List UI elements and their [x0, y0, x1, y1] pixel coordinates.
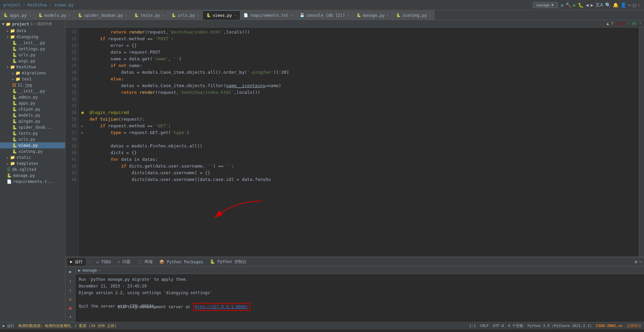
close-tab-icon[interactable]: ✕	[125, 13, 127, 17]
tab-run[interactable]: ▶ 运行	[67, 258, 86, 266]
sidebar-item-init2[interactable]: 🐍 __init__.py	[0, 88, 65, 94]
sidebar-item-static[interactable]: ▶ 📁 static	[0, 154, 65, 160]
close-btn[interactable]: ■	[67, 305, 74, 312]
line-endings[interactable]: CRLF	[480, 324, 489, 328]
scroll-down-btn[interactable]: ↓	[67, 286, 74, 294]
gutter-breakpoint[interactable]: ●	[79, 109, 86, 116]
sidebar-item-wsgi[interactable]: 🐍 wsgi.py	[0, 58, 65, 64]
detect-status[interactable]: 检测到数据源: 检测到连接属性。/ 配置 (34 分钟 之前)	[18, 323, 117, 328]
minimize-icon[interactable]: ─	[628, 2, 631, 8]
close-tab-icon[interactable]: ✕	[347, 13, 350, 17]
right-scrollbar[interactable]	[639, 27, 644, 257]
project-root[interactable]: ▼ 📁 project G:\项目外来	[0, 20, 65, 28]
manage-button[interactable]: manage ▼	[533, 2, 558, 8]
nav-forward-icon[interactable]: ▶	[591, 2, 593, 8]
run-btn[interactable]: ▶	[67, 268, 74, 275]
close-tab-icon[interactable]: ✕	[234, 13, 236, 17]
close-terminal-icon[interactable]: ✕	[99, 268, 101, 272]
user-icon[interactable]: 👤	[621, 2, 626, 8]
sidebar-item-xietong[interactable]: 🐍 xietong.py	[0, 148, 65, 154]
sidebar-item-urls1[interactable]: 🐍 urls.py	[0, 52, 65, 58]
run-icon[interactable]: ▶	[573, 2, 576, 8]
sidebar-item-img[interactable]: 🖼 11.jpg	[0, 82, 65, 88]
debug-icon[interactable]: 🐛	[578, 2, 584, 8]
settings-btn[interactable]: ⚙	[67, 296, 74, 303]
sidebar-item-requirements[interactable]: 📄 requirements.t...	[0, 179, 65, 185]
sidebar-item-tex1[interactable]: ▶ 📁 tex1	[0, 76, 65, 82]
error-count[interactable]: ▲ 89	[616, 21, 625, 26]
close-tab-icon[interactable]: ✕	[197, 13, 199, 17]
tab-urls[interactable]: 🐍 urls.py ✕	[168, 10, 203, 20]
warning-count[interactable]: ▲ 7	[607, 21, 613, 26]
sidebar-item-settings[interactable]: 🐍 settings.py	[0, 46, 65, 52]
alert-icon[interactable]: 🔔	[613, 2, 619, 8]
search-icon[interactable]: 🔍	[605, 2, 611, 8]
run-status[interactable]: ▶ 运行	[3, 323, 14, 328]
sidebar-item-tests[interactable]: 🐍 tests.py	[0, 130, 65, 136]
tab-problems[interactable]: ⚠ 问题	[115, 258, 133, 266]
tab-models[interactable]: 🐍 models.py ✕	[35, 10, 74, 20]
close-tab-icon[interactable]: ✕	[162, 13, 164, 17]
close-tab-icon[interactable]: ✕	[29, 13, 31, 17]
code-line-24: error = {}	[90, 42, 639, 49]
encoding[interactable]: UTF-8	[493, 324, 504, 328]
sidebar-item-qingan[interactable]: 🐍 qingan.py	[0, 118, 65, 124]
python-version[interactable]: Python 3.9 (PyCharm 2021.2.1)	[527, 324, 592, 328]
translate-icon[interactable]: 文A	[595, 2, 603, 8]
tab-manage[interactable]: 🐍 manage.py ✕	[353, 10, 393, 20]
sidebar-item-urls2[interactable]: 🐍 urls.py	[0, 136, 65, 142]
close-tab-icon[interactable]: ✕	[69, 13, 71, 17]
maximize-icon[interactable]: □	[633, 2, 636, 8]
sidebar-item-templates[interactable]: ▶ 📁 templates	[0, 160, 65, 167]
tab-spider[interactable]: 🐍 spider_douban.py ✕	[74, 10, 131, 20]
dev-server-link[interactable]: http://127.0.0.1:8000/	[195, 305, 248, 309]
sidebar-item-manage[interactable]: 🐍 manage.py	[0, 173, 65, 179]
sidebar-item-data[interactable]: ▶ 📁 data	[0, 28, 65, 34]
tab-apps[interactable]: 🐍 apps.py ✕	[0, 10, 35, 20]
nav-back-icon[interactable]: ◀	[586, 2, 588, 8]
hide-panel-icon[interactable]: ─	[639, 259, 642, 264]
sidebar-item-init1[interactable]: 🐍 __init__.py	[0, 40, 65, 46]
sidebar-item-models[interactable]: 🐍 models.py	[0, 112, 65, 118]
code-editor[interactable]: return render(request,'keshihua/index.ht…	[86, 27, 639, 257]
close-tab-icon[interactable]: ✕	[387, 13, 389, 17]
ok-count[interactable]: ✓ 88	[628, 21, 637, 26]
tab-views[interactable]: 🐍 views.py ✕	[203, 10, 240, 20]
sidebar-item-db[interactable]: 🗄 db.sqlite3	[0, 167, 65, 173]
tab-python-console[interactable]: 🐍 Python 控制台	[207, 258, 249, 266]
tab-todo[interactable]: ☑ TODO	[94, 259, 113, 265]
tab-tests[interactable]: 🐍 tests.py ✕	[131, 10, 168, 20]
sidebar-item-diangying[interactable]: ▼ 📁 diangying	[0, 34, 65, 40]
refresh-icon[interactable]: ↺	[561, 2, 564, 8]
tab-requirements[interactable]: 📄 requirements.txt ✕	[240, 10, 297, 20]
sidebar-item-migrations[interactable]: ▶ 📁 migrations	[0, 70, 65, 76]
settings-icon[interactable]: ⚙	[635, 259, 637, 264]
indent-info[interactable]: 4 个空格	[508, 323, 523, 328]
cursor-position[interactable]: 1:1	[469, 324, 476, 328]
build-icon[interactable]: 🔨	[566, 2, 571, 8]
code-line-27: if not name:	[90, 62, 639, 69]
code-var: data = request.POST	[90, 49, 160, 56]
toolbar-icons: ↺ 🔨 ▶ 🐛 ◀ ▶ 文A 🔍 🔔 👤 ─ □ ✕	[561, 2, 641, 8]
sidebar-item-apps[interactable]: 🐍 apps.py	[0, 100, 65, 106]
tab-python-packages[interactable]: 📦 Python Packages	[157, 259, 206, 265]
scroll-end-btn[interactable]: ⬇	[67, 313, 74, 321]
sidebar-item-chiyun[interactable]: 🐍 chiyun.py	[0, 106, 65, 112]
close-icon[interactable]: ✕	[638, 2, 641, 8]
scroll-up-btn[interactable]: ↑	[67, 277, 74, 285]
code-var: datas = models.Pinfen.objects.all()	[90, 143, 203, 149]
close-tab-icon[interactable]: ✕	[429, 13, 431, 17]
sidebar-item-keshihua[interactable]: ▼ 📁 Keshihua	[0, 64, 65, 70]
bottom-panel-icons: ⚙ ─	[635, 259, 642, 264]
gutter-item: ▶	[79, 129, 86, 136]
close-tab-icon[interactable]: ✕	[291, 13, 293, 17]
tab-terminal[interactable]: ⬛ 终端	[135, 258, 155, 266]
tab-xietong[interactable]: 🐍 xietong.py ✕	[393, 10, 435, 20]
expand-icon[interactable]: ⌃	[639, 21, 641, 26]
string: ''	[208, 163, 213, 170]
code-var: datas = models.Case_item.objects.filter(	[90, 82, 226, 89]
tab-console[interactable]: 💾 console [db [2]] ✕	[297, 10, 353, 20]
sidebar-item-admin[interactable]: 🐍 admin.py	[0, 94, 65, 100]
sidebar-item-spider-doub[interactable]: 🐍 spider_doub...	[0, 124, 65, 130]
sidebar-item-views[interactable]: 🐍 views.py	[0, 142, 65, 148]
